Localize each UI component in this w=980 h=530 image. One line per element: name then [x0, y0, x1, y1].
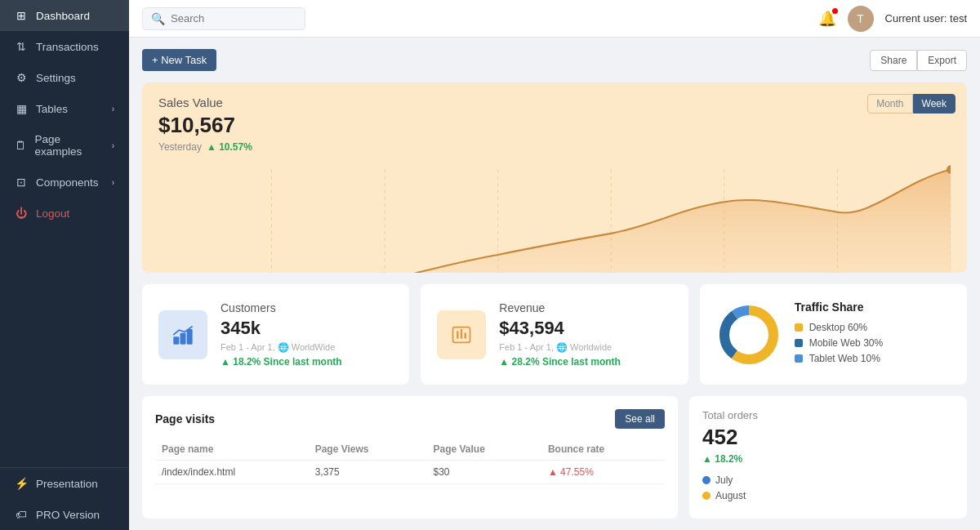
customers-icon-box — [158, 310, 207, 359]
notification-dot — [832, 8, 838, 14]
header-right: 🔔 T Current user: test — [818, 6, 967, 32]
sidebar-item-label: Dashboard — [36, 10, 90, 22]
customers-value: 345k — [220, 318, 393, 339]
svg-rect-13 — [465, 332, 466, 338]
customers-label: Customers — [220, 301, 393, 314]
cell-page-views: 3,375 — [309, 461, 427, 484]
sidebar-item-tables[interactable]: ▦ Tables › — [0, 93, 129, 124]
search-icon: 🔍 — [151, 12, 165, 25]
col-page-views: Page Views — [309, 439, 427, 461]
cell-bounce-rate: ▲ 47.55% — [541, 461, 665, 484]
header: 🔍 🔔 T Current user: test — [129, 0, 980, 38]
customers-info: Customers 345k Feb 1 - Apr 1, 🌐 WorldWid… — [220, 301, 393, 367]
stats-row: Customers 345k Feb 1 - Apr 1, 🌐 WorldWid… — [142, 284, 967, 385]
see-all-button[interactable]: See all — [615, 409, 665, 429]
page-content: + New Task Share Export Month Week Sales… — [129, 38, 980, 530]
traffic-item-desktop: Desktop 60% — [795, 322, 951, 333]
mobile-dot — [795, 339, 803, 347]
period-buttons: Month Week — [867, 94, 956, 114]
sidebar-item-settings[interactable]: ⚙ Settings — [0, 62, 129, 93]
sidebar-item-label: Page examples — [34, 133, 103, 158]
cell-page-name: /index/index.html — [155, 461, 309, 484]
desktop-dot — [795, 323, 803, 332]
customers-change: ▲ 18.2% Since last month — [220, 356, 393, 367]
search-box[interactable]: 🔍 — [142, 7, 305, 30]
page-visits-card: Page visits See all Page name Page Views… — [142, 396, 678, 519]
main-content: 🔍 🔔 T Current user: test + New Task Shar… — [129, 0, 980, 530]
sales-value: $10,567 — [158, 113, 951, 138]
legend-july: July — [702, 474, 954, 486]
sidebar-item-dashboard[interactable]: ⊞ Dashboard — [0, 0, 129, 31]
tablet-dot — [795, 354, 803, 363]
action-buttons: Share Export — [870, 50, 967, 71]
august-dot — [702, 492, 710, 500]
tables-icon: ▦ — [15, 102, 28, 115]
col-page-value: Page Value — [426, 439, 541, 461]
sidebar-item-label: Logout — [36, 207, 69, 220]
chevron-icon: › — [112, 105, 114, 114]
month-button[interactable]: Month — [867, 94, 912, 114]
search-input[interactable] — [171, 12, 296, 24]
sales-period: Yesterday — [158, 141, 202, 153]
total-orders-card: Total orders 452 ▲ 18.2% July August — [689, 396, 967, 519]
traffic-card: Traffic Share Desktop 60% Mobile Web 30%… — [700, 284, 967, 385]
user-label: Current user: test — [885, 12, 967, 24]
sidebar-item-pro[interactable]: 🏷 PRO Version — [0, 499, 129, 530]
sidebar: ⊞ Dashboard ⇅ Transactions ⚙ Settings ▦ … — [0, 0, 129, 530]
traffic-title: Traffic Share — [795, 301, 951, 314]
chart-svg — [158, 161, 951, 273]
page-icon: 🗒 — [15, 139, 26, 152]
revenue-icon — [450, 323, 473, 346]
sidebar-item-page-examples[interactable]: 🗒 Page examples › — [0, 124, 129, 167]
customers-card: Customers 345k Feb 1 - Apr 1, 🌐 WorldWid… — [142, 284, 409, 385]
sidebar-item-label: Transactions — [36, 41, 99, 53]
chevron-icon: › — [112, 141, 114, 150]
sidebar-item-label: Settings — [36, 72, 76, 84]
page-visits-header: Page visits See all — [155, 409, 665, 429]
orders-change: ▲ 18.2% — [702, 453, 954, 465]
revenue-period: Feb 1 - Apr 1, 🌐 Worldwide — [499, 342, 671, 353]
col-page-name: Page name — [155, 439, 309, 461]
sales-card: Month Week Sales Value $10,567 Yesterday… — [142, 82, 967, 273]
logout-icon: ⏻ — [15, 207, 28, 220]
table-header-row: Page name Page Views Page Value Bounce r… — [155, 439, 665, 461]
orders-title: Total orders — [702, 409, 954, 421]
sidebar-item-presentation[interactable]: ⚡ Presentation — [0, 468, 129, 499]
sidebar-item-logout[interactable]: ⏻ Logout — [0, 198, 129, 229]
export-button[interactable]: Export — [917, 50, 967, 71]
page-visits-table: Page name Page Views Page Value Bounce r… — [155, 439, 665, 484]
revenue-label: Revenue — [499, 301, 671, 314]
orders-value: 452 — [702, 425, 954, 450]
chart-area-fill — [158, 169, 951, 273]
customers-icon — [172, 323, 194, 346]
notification-bell[interactable]: 🔔 — [818, 10, 836, 28]
mobile-label: Mobile Web 30% — [809, 337, 884, 349]
settings-icon: ⚙ — [15, 71, 28, 84]
tablet-label: Tablet Web 10% — [809, 353, 880, 364]
sales-meta: Yesterday ▲ 10.57% — [158, 141, 951, 153]
sidebar-item-label: Tables — [36, 103, 68, 115]
components-icon: ⊡ — [15, 176, 28, 189]
desktop-label: Desktop 60% — [809, 322, 867, 333]
revenue-icon-box — [437, 310, 486, 359]
new-task-button[interactable]: + New Task — [142, 49, 216, 71]
bottom-row: Page visits See all Page name Page Views… — [142, 396, 967, 519]
dashboard-icon: ⊞ — [15, 9, 28, 22]
sidebar-item-transactions[interactable]: ⇅ Transactions — [0, 31, 129, 62]
sidebar-item-components[interactable]: ⊡ Components › — [0, 167, 129, 198]
svg-rect-7 — [173, 336, 179, 344]
traffic-item-mobile: Mobile Web 30% — [795, 337, 951, 349]
sales-change: ▲ 10.57% — [207, 141, 252, 153]
donut-chart — [716, 302, 782, 367]
week-button[interactable]: Week — [913, 94, 956, 114]
sidebar-item-label: Presentation — [36, 478, 98, 490]
svg-rect-9 — [187, 329, 193, 345]
share-button[interactable]: Share — [870, 50, 917, 71]
cell-page-value: $30 — [426, 461, 541, 484]
sidebar-item-label: PRO Version — [36, 509, 100, 521]
sales-chart: Mon Tue Wed Thu Fri Sat Sun — [158, 161, 951, 273]
revenue-card: Revenue $43,594 Feb 1 - Apr 1, 🌐 Worldwi… — [421, 284, 688, 385]
traffic-info: Traffic Share Desktop 60% Mobile Web 30%… — [795, 301, 951, 368]
page-visits-title: Page visits — [155, 412, 215, 425]
revenue-change: ▲ 28.2% Since last month — [499, 356, 671, 367]
